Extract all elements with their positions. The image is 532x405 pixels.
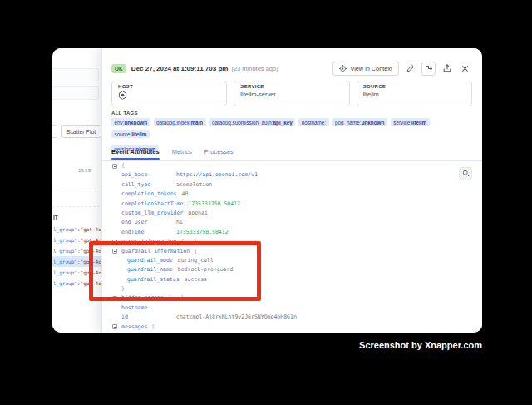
tag-key: source: bbox=[115, 131, 132, 137]
event-detail-drawer: OK Dec 27, 2024 at 1:09:11.703 pm (23 mi… bbox=[101, 48, 482, 333]
close-icon[interactable] bbox=[458, 62, 472, 76]
attribute-value: hi bbox=[176, 218, 183, 227]
app-window: Scatter Plot 13:23 IT l_group":"gpt-4ol_… bbox=[52, 48, 482, 333]
background-page: Scatter Plot 13:23 IT l_group":"gpt-4ol_… bbox=[52, 48, 101, 333]
host-box[interactable]: HOST bbox=[111, 81, 227, 106]
list-item[interactable]: l_group":"gpt-4o bbox=[52, 267, 101, 278]
export-icon[interactable] bbox=[440, 62, 454, 76]
tag-key: service: bbox=[393, 120, 411, 126]
tag-pill[interactable]: datadog.submission_auth:api_key bbox=[209, 118, 296, 126]
tag-value: unknown bbox=[362, 120, 385, 126]
scatter-plot-button[interactable]: Scatter Plot bbox=[61, 125, 101, 138]
attribute-row: { bbox=[102, 161, 482, 170]
attribute-key: guardrail_mode bbox=[127, 256, 178, 265]
attribute-key: completion_tokens bbox=[121, 190, 182, 199]
bracket: [ bbox=[151, 323, 155, 332]
service-box[interactable]: SERVICE litellm-server bbox=[234, 81, 349, 106]
collapse-icon[interactable] bbox=[112, 164, 117, 169]
tab-metrics[interactable]: Metrics bbox=[172, 146, 192, 160]
tag-value: api_key bbox=[273, 120, 293, 126]
attribute-key: custom_llm_provider bbox=[121, 209, 188, 218]
attribute-key: call_type bbox=[121, 180, 176, 190]
row-value: "gpt-4o bbox=[81, 280, 101, 286]
related-traces-icon[interactable] bbox=[421, 62, 436, 76]
row-key: l_group": bbox=[53, 269, 81, 275]
view-in-context-label: View in Context bbox=[350, 65, 392, 72]
screenshot-stage: Scatter Plot 13:23 IT l_group":"gpt-4ol_… bbox=[0, 0, 532, 405]
row-value: "gpt-4o bbox=[81, 226, 101, 232]
chart-gridline bbox=[52, 190, 100, 190]
attribute-value: success bbox=[185, 275, 207, 284]
info-boxes: HOST SERVICE litellm-server SOURCE litel… bbox=[111, 81, 472, 106]
tag-pill[interactable]: env:unknown bbox=[111, 118, 150, 126]
attribute-key: hostname bbox=[121, 304, 176, 313]
list-item[interactable]: l_group":"gpt-4o bbox=[52, 278, 101, 289]
attribute-value: openai bbox=[188, 209, 207, 218]
tag-value: litellm bbox=[411, 120, 426, 126]
event-attributes-panel: {api_basehttps://api.openai.com/v1call_t… bbox=[102, 161, 482, 333]
cutoff-button-fragment bbox=[52, 125, 57, 138]
tag-pill[interactable]: pod_name:unknown bbox=[332, 118, 387, 126]
attribute-row: guardrail_modeduring_call bbox=[102, 256, 482, 265]
row-key: l_group": bbox=[53, 226, 81, 232]
attribute-row: call_typeacompletion bbox=[102, 180, 482, 190]
attributes-tree: {api_basehttps://api.openai.com/v1call_t… bbox=[102, 161, 482, 332]
attribute-value: chatcmpl-Aj8rxNLht9v2J6rSNYOmp4pH8G1n bbox=[176, 313, 297, 322]
row-key: l_group": bbox=[53, 259, 81, 264]
attribute-key: guardrail_name bbox=[127, 265, 178, 274]
event-header: OK Dec 27, 2024 at 1:09:11.703 pm (23 mi… bbox=[111, 60, 472, 77]
tag-value: litellm bbox=[131, 131, 146, 137]
list-item[interactable]: l_group":"gpt-4o bbox=[52, 235, 101, 245]
tag-pill[interactable]: datadog.index:main bbox=[154, 118, 206, 126]
collapse-icon[interactable] bbox=[112, 249, 117, 254]
attribute-row: hidden_params{...} bbox=[102, 294, 482, 303]
bracket: { bbox=[194, 247, 197, 256]
all-tags-label: ALL TAGS bbox=[111, 111, 138, 116]
cutoff-section-header: IT bbox=[53, 215, 58, 220]
attribute-row: error_information{...} bbox=[102, 237, 482, 246]
tag-key: pod_name: bbox=[335, 120, 362, 126]
attribute-row: completion_tokens40 bbox=[102, 190, 482, 199]
tab-event-attributes[interactable]: Event Attributes bbox=[111, 146, 160, 160]
tag-key: datadog.index: bbox=[156, 120, 190, 126]
expand-icon[interactable] bbox=[112, 240, 117, 244]
attribute-value[interactable]: https://api.openai.com/v1 bbox=[176, 170, 258, 180]
expand-icon[interactable] bbox=[112, 296, 117, 301]
attribute-key: hidden_params bbox=[121, 294, 168, 303]
status-badge: OK bbox=[111, 64, 126, 73]
attribute-row: completionStartTime1735333750.50412 bbox=[102, 200, 482, 209]
tag-pill[interactable]: hostname: bbox=[298, 118, 328, 126]
cutoff-control bbox=[52, 86, 99, 100]
list-item[interactable]: l_group":"gpt-4o bbox=[52, 256, 101, 267]
list-item[interactable]: l_group":"gpt-4o bbox=[52, 224, 101, 235]
host-icon bbox=[118, 91, 220, 101]
chart-gridline bbox=[52, 206, 100, 207]
tab-bar: Event AttributesMetricsProcesses bbox=[102, 146, 482, 161]
attribute-row: endTime1735333750.50412 bbox=[102, 228, 482, 237]
scope-icon bbox=[339, 65, 347, 72]
tab-processes[interactable]: Processes bbox=[204, 146, 234, 160]
edit-icon[interactable] bbox=[403, 62, 417, 76]
tag-pill[interactable]: service:litellm bbox=[391, 118, 430, 126]
row-value: "gpt-4o bbox=[81, 259, 101, 264]
list-item[interactable]: l_group":"gpt-4o bbox=[52, 245, 101, 256]
tag-key: env: bbox=[115, 120, 125, 126]
row-value: "gpt-4o bbox=[81, 269, 101, 275]
service-value: litellm-server bbox=[240, 91, 342, 98]
attribute-row: custom_llm_provideropenai bbox=[102, 209, 482, 218]
tag-pill[interactable]: source:litellm bbox=[111, 130, 150, 138]
source-box[interactable]: SOURCE litellm bbox=[357, 81, 472, 106]
cutoff-control bbox=[52, 68, 99, 81]
attribute-key: messages bbox=[121, 323, 151, 332]
attribute-value: 40 bbox=[182, 190, 189, 199]
collapse-icon[interactable] bbox=[112, 324, 117, 329]
attribute-key: error_information bbox=[121, 237, 181, 246]
attribute-row: } bbox=[102, 284, 482, 294]
search-attributes-button[interactable] bbox=[459, 167, 472, 180]
view-in-context-button[interactable]: View in Context bbox=[332, 62, 399, 76]
tag-value: unknown bbox=[124, 120, 147, 126]
host-label: HOST bbox=[118, 84, 220, 89]
axis-tick-label: 13:23 bbox=[78, 168, 91, 173]
search-icon bbox=[462, 170, 470, 179]
attribute-key: endTime bbox=[121, 228, 176, 237]
